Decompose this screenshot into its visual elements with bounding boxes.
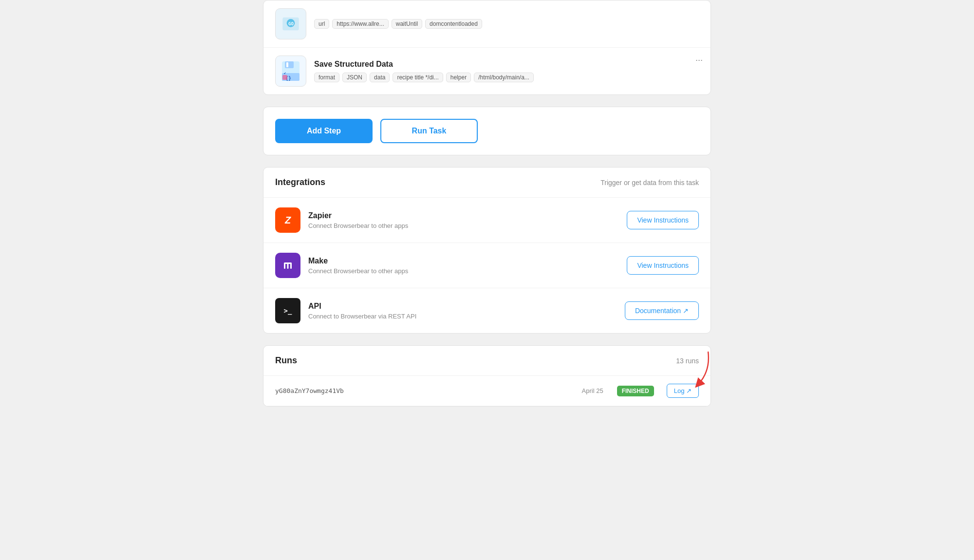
actions-row: Add Step Run Task (263, 107, 711, 155)
make-view-instructions-button[interactable]: View Instructions (627, 256, 699, 275)
save-step-title: Save Structured Data (314, 60, 699, 69)
zapier-info: Zapier Connect Browserbear to other apps (308, 211, 619, 229)
step-item-save: {} ↙ Save Structured Data format JSON da… (263, 48, 711, 94)
runs-count: 13 runs (676, 357, 699, 365)
svg-rect-5 (286, 62, 288, 67)
save-tag-data-value: recipe title */di... (393, 73, 443, 82)
make-name: Make (308, 257, 619, 265)
svg-text:GO: GO (288, 21, 294, 26)
make-desc: Connect Browserbear to other apps (308, 267, 619, 275)
runs-title: Runs (275, 355, 297, 366)
zapier-logo: Z (275, 207, 300, 233)
run-log-button[interactable]: Log ↗ (667, 384, 699, 398)
step-item-navigate: GO url https://www.allre... waitUntil do… (263, 0, 711, 48)
api-terminal-icon: >_ (284, 307, 292, 315)
integrations-title: Integrations (275, 177, 325, 187)
save-tag-helper-value: /html/body/main/a... (474, 73, 534, 82)
add-step-button[interactable]: Add Step (275, 119, 373, 143)
make-logo (275, 253, 300, 278)
run-task-button[interactable]: Run Task (380, 119, 478, 143)
navigate-tags: url https://www.allre... waitUntil domco… (314, 19, 699, 29)
save-tag-helper: helper (446, 73, 471, 82)
zapier-icon: Z (285, 215, 291, 226)
run-row: yG80aZnY7owmgz41Vb April 25 FINISHED Log… (263, 376, 711, 406)
api-logo: >_ (275, 298, 300, 323)
run-status-badge: FINISHED (617, 386, 654, 396)
step-icon-save: {} ↙ (275, 56, 306, 87)
integrations-header: Integrations Trigger or get data from th… (263, 168, 711, 198)
tag-url-value: https://www.allre... (332, 19, 388, 29)
api-desc: Connect to Browserbear via REST API (308, 313, 617, 320)
runs-card: Runs 13 runs yG80aZnY7owmgz41Vb April 25… (263, 345, 711, 407)
save-tag-data: data (370, 73, 390, 82)
run-date: April 25 (582, 387, 603, 394)
step-content-save: Save Structured Data format JSON data re… (314, 60, 699, 82)
integration-item-make: Make Connect Browserbear to other apps V… (263, 243, 711, 288)
save-svg-icon: {} ↙ (279, 59, 302, 83)
runs-header: Runs 13 runs (263, 346, 711, 376)
make-info: Make Connect Browserbear to other apps (308, 257, 619, 275)
zapier-name: Zapier (308, 211, 619, 220)
zapier-desc: Connect Browserbear to other apps (308, 222, 619, 229)
integrations-card: Integrations Trigger or get data from th… (263, 167, 711, 334)
step-content-navigate: url https://www.allre... waitUntil domco… (314, 19, 699, 29)
svg-rect-4 (285, 61, 294, 68)
svg-rect-9 (282, 75, 287, 80)
svg-rect-14 (284, 262, 292, 264)
tag-url-label: url (314, 19, 329, 29)
save-step-tags: format JSON data recipe title */di... he… (314, 73, 699, 82)
tag-waituntil-label: waitUntil (392, 19, 422, 29)
tag-waituntil-value: domcontentloaded (425, 19, 482, 29)
step-icon-navigate: GO (275, 8, 306, 39)
svg-text:↙: ↙ (284, 71, 286, 75)
integration-item-zapier: Z Zapier Connect Browserbear to other ap… (263, 198, 711, 243)
api-info: API Connect to Browserbear via REST API (308, 302, 617, 320)
step-menu-icon[interactable]: ··· (695, 56, 703, 64)
run-id: yG80aZnY7owmgz41Vb (275, 387, 574, 394)
save-tag-format: format (314, 73, 339, 82)
steps-card: GO url https://www.allre... waitUntil do… (263, 0, 711, 95)
navigate-svg-icon: GO (281, 14, 300, 34)
integration-item-api: >_ API Connect to Browserbear via REST A… (263, 288, 711, 333)
api-documentation-button[interactable]: Documentation ↗ (625, 301, 699, 320)
integrations-subtitle: Trigger or get data from this task (600, 179, 699, 187)
page-wrapper: GO url https://www.allre... waitUntil do… (253, 0, 721, 407)
zapier-view-instructions-button[interactable]: View Instructions (627, 211, 699, 229)
save-tag-json: JSON (342, 73, 367, 82)
make-logo-svg (281, 258, 295, 273)
run-row-wrapper: yG80aZnY7owmgz41Vb April 25 FINISHED Log… (263, 376, 711, 406)
api-name: API (308, 302, 617, 311)
